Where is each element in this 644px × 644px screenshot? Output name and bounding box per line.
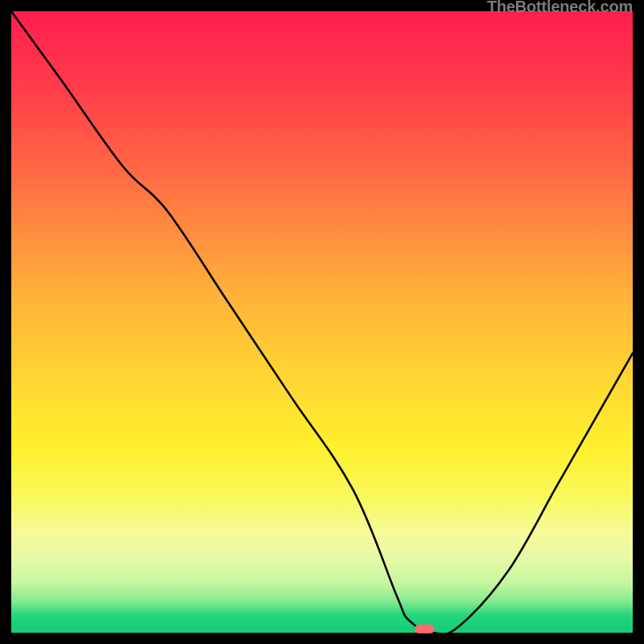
minimum-marker xyxy=(415,625,434,634)
bottleneck-curve xyxy=(11,11,633,634)
chart-svg xyxy=(11,11,633,633)
chart-stage: TheBottleneck.com xyxy=(0,0,644,644)
gradient-plot-area xyxy=(11,11,633,633)
watermark-text: TheBottleneck.com xyxy=(487,0,633,16)
